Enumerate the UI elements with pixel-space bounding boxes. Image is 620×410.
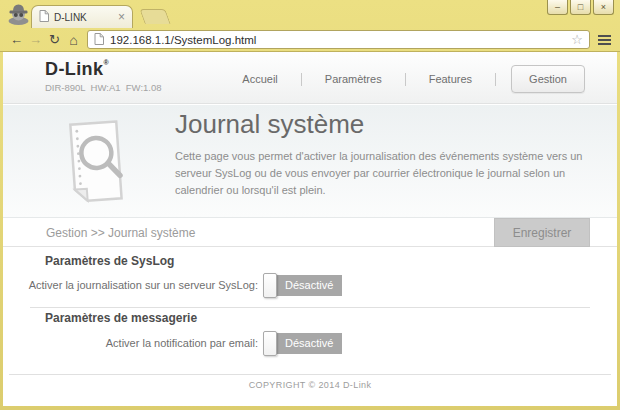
- page-description: Cette page vous permet d'activer la jour…: [175, 148, 601, 199]
- titlebar: D-LINK × – □ ×: [0, 0, 620, 28]
- url-page-icon: [94, 31, 104, 49]
- nav-item-accueil[interactable]: Accueil: [234, 66, 285, 92]
- page-title: Journal système: [175, 109, 364, 140]
- window-minimize-button[interactable]: –: [547, 0, 568, 15]
- menu-hamburger-icon[interactable]: [595, 31, 613, 49]
- back-icon[interactable]: ←: [7, 33, 26, 46]
- new-tab-button[interactable]: [139, 9, 170, 24]
- email-notify-toggle[interactable]: Désactivé: [263, 331, 342, 356]
- toggle-state-label: Désactivé: [276, 333, 342, 354]
- section-title-messagerie: Paramètres de messagerie: [45, 311, 197, 325]
- toggle-knob[interactable]: [263, 273, 277, 298]
- logo-registered-mark: ®: [103, 59, 109, 66]
- site-header: D-Link® DIR-890L HW:A1 FW:1.08 Accueil P…: [3, 52, 617, 104]
- url-text[interactable]: 192.168.1.1/SystemLog.html: [110, 34, 565, 46]
- save-button[interactable]: Enregistrer: [494, 218, 590, 247]
- dlink-logo: D-Link®: [45, 59, 162, 80]
- footer-divider: [9, 374, 611, 375]
- tab-close-icon[interactable]: ×: [118, 11, 125, 23]
- email-notify-label: Activer la notification par email:: [3, 337, 258, 349]
- forward-icon[interactable]: →: [26, 33, 45, 46]
- section-title-syslog: Paramètres de SysLog: [45, 254, 174, 268]
- nav-separator: [301, 73, 302, 86]
- window-close-button[interactable]: ×: [593, 0, 614, 15]
- breadcrumb: Gestion >> Journal système: [46, 226, 195, 240]
- device-info: DIR-890L HW:A1 FW:1.08: [45, 82, 162, 93]
- syslog-enable-toggle[interactable]: Désactivé: [263, 273, 342, 298]
- address-bar[interactable]: 192.168.1.1/SystemLog.html ☆: [87, 30, 590, 49]
- browser-toolbar: ← → ↻ ⌂ 192.168.1.1/SystemLog.html ☆: [0, 28, 620, 52]
- window-controls: – □ ×: [547, 0, 614, 15]
- toggle-knob[interactable]: [263, 331, 277, 356]
- toggle-state-label: Désactivé: [276, 275, 342, 296]
- bookmark-star-icon[interactable]: ☆: [571, 33, 583, 46]
- action-bar: Gestion >> Journal système Enregistrer: [3, 218, 617, 247]
- browser-tab[interactable]: D-LINK ×: [31, 5, 133, 28]
- hero-banner: Journal système Cette page vous permet d…: [3, 105, 617, 218]
- logo-text: D-Link: [45, 59, 103, 79]
- main-nav: Accueil Paramètres Features Gestion: [234, 65, 585, 93]
- tab-favicon-page-icon: [39, 8, 49, 26]
- log-search-icon: [60, 117, 132, 211]
- syslog-enable-label: Activer la journalisation sur un serveur…: [3, 279, 258, 291]
- home-icon[interactable]: ⌂: [64, 33, 83, 47]
- nav-item-gestion[interactable]: Gestion: [511, 65, 585, 93]
- page-content: D-Link® DIR-890L HW:A1 FW:1.08 Accueil P…: [3, 52, 617, 406]
- logo-block: D-Link® DIR-890L HW:A1 FW:1.08: [45, 59, 162, 93]
- nav-item-features[interactable]: Features: [421, 66, 480, 92]
- nav-separator: [495, 73, 496, 86]
- copyright-text: COPYRIGHT © 2014 D-Link: [3, 380, 617, 390]
- window-restore-button[interactable]: □: [570, 0, 591, 15]
- nav-separator: [405, 73, 406, 86]
- incognito-spy-icon: [5, 3, 32, 25]
- nav-item-parametres[interactable]: Paramètres: [317, 66, 390, 92]
- browser-window: D-LINK × – □ × ← → ↻ ⌂ 192.168.1.1/Syste…: [0, 0, 620, 410]
- section-divider: [30, 307, 590, 308]
- tab-title: D-LINK: [54, 12, 113, 23]
- reload-icon[interactable]: ↻: [45, 33, 64, 46]
